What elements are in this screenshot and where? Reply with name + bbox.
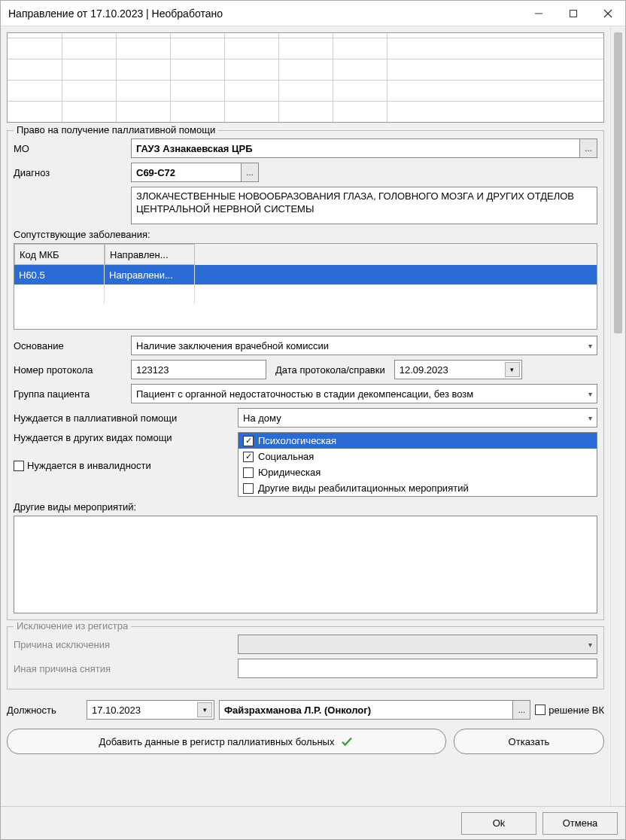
comorbid-table[interactable]: Код МКБ Направлен... H60.5 Направлени... bbox=[14, 243, 597, 330]
reject-label: Отказать bbox=[509, 736, 550, 747]
checkbox-icon bbox=[535, 705, 545, 715]
needs-other-label: Нуждается в других видах помощи bbox=[14, 432, 233, 443]
maximize-button[interactable] bbox=[556, 1, 591, 26]
protocol-date-value: 12.09.2023 bbox=[400, 364, 448, 376]
add-to-registry-button[interactable]: Добавить данные в регистр паллиативных б… bbox=[7, 729, 446, 754]
checklist-item-label: Психологическая bbox=[258, 435, 336, 446]
comorbid-label: Сопутствующие заболевания: bbox=[14, 229, 597, 240]
needs-other-checklist[interactable]: Психологическая Социальная Юридическая bbox=[238, 432, 597, 497]
protocol-date-label: Дата протокола/справки bbox=[271, 364, 390, 376]
chevron-down-icon: ▾ bbox=[588, 390, 592, 398]
list-item[interactable]: Психологическая bbox=[239, 433, 597, 449]
other-events-textarea[interactable] bbox=[14, 516, 597, 613]
comorbid-tbody: H60.5 Направлени... bbox=[14, 265, 597, 304]
dialog-footer: Ok Отмена bbox=[1, 806, 625, 839]
diagnosis-code-lookup-button[interactable]: … bbox=[241, 163, 259, 182]
checkbox-icon bbox=[14, 461, 24, 471]
exclusion-reason-label: Причина исключения bbox=[14, 639, 233, 650]
palliative-legend: Право на получение паллиативной помощи bbox=[14, 124, 218, 135]
protocol-date-input[interactable]: 12.09.2023 ▾ bbox=[394, 360, 522, 379]
checkbox-icon bbox=[243, 452, 254, 462]
svg-rect-1 bbox=[570, 10, 577, 17]
window-title: Направление от 17.10.2023 | Необработано bbox=[8, 8, 521, 20]
basis-value: Наличие заключения врачебной комиссии bbox=[136, 340, 329, 352]
check-icon bbox=[340, 735, 354, 748]
group-select[interactable]: Пациент с органной недостаточностью в ст… bbox=[131, 384, 597, 403]
content-area: Право на получение паллиативной помощи М… bbox=[1, 26, 625, 806]
comorbid-th-code[interactable]: Код МКБ bbox=[14, 244, 105, 265]
window: Направление от 17.10.2023 | Необработано bbox=[0, 0, 626, 840]
date-picker-button[interactable]: ▾ bbox=[197, 702, 212, 717]
titlebar: Направление от 17.10.2023 | Необработано bbox=[1, 1, 625, 26]
position-label: Должность bbox=[7, 705, 82, 716]
group-value: Пациент с органной недостаточностью в ст… bbox=[136, 388, 473, 400]
date-picker-button[interactable]: ▾ bbox=[505, 362, 520, 377]
checkbox-icon bbox=[243, 483, 254, 494]
exclusion-other-label: Иная причина снятия bbox=[14, 663, 233, 674]
cancel-label: Отмена bbox=[563, 817, 598, 829]
doctor-input[interactable]: Файзрахманова Л.Р. (Онколог) bbox=[219, 700, 512, 720]
checklist-item-label: Юридическая bbox=[258, 467, 321, 478]
scrollbar-thumb[interactable] bbox=[614, 32, 622, 333]
chevron-down-icon: ▾ bbox=[588, 641, 592, 649]
protocol-num-label: Номер протокола bbox=[14, 364, 126, 376]
needs-invalid-checkbox[interactable]: Нуждается в инвалидности bbox=[14, 460, 233, 471]
cancel-button[interactable]: Отмена bbox=[542, 812, 618, 835]
ok-label: Ok bbox=[493, 817, 506, 829]
needs-pall-select[interactable]: На дому ▾ bbox=[238, 408, 597, 428]
exclusion-fieldset: Исключение из регистра Причина исключени… bbox=[7, 626, 604, 689]
vk-label: решение ВК bbox=[549, 705, 604, 716]
titlebar-controls bbox=[521, 1, 625, 26]
other-events-label: Другие виды мероприятий: bbox=[14, 501, 597, 513]
position-row: Должность 17.10.2023 ▾ Файзрахманова Л.Р… bbox=[7, 695, 604, 724]
vk-checkbox[interactable]: решение ВК bbox=[535, 705, 604, 716]
actions-row: Добавить данные в регистр паллиативных б… bbox=[7, 724, 604, 762]
needs-invalid-label: Нуждается в инвалидности bbox=[27, 460, 151, 471]
needs-pall-value: На дому bbox=[243, 412, 281, 424]
list-item[interactable]: Юридическая bbox=[239, 464, 597, 480]
mo-input[interactable]: ГАУЗ Азнакаевская ЦРБ bbox=[131, 138, 579, 158]
vertical-scrollbar[interactable] bbox=[610, 26, 625, 806]
protocol-num-input[interactable]: 123123 bbox=[131, 360, 266, 379]
checklist-item-label: Другие виды реабилитационных мероприятий bbox=[258, 482, 469, 494]
group-label: Группа пациента bbox=[14, 388, 126, 400]
checkbox-icon bbox=[243, 467, 254, 478]
left-col: Нуждается в других видах помощи Нуждаетс… bbox=[14, 432, 233, 471]
reject-button[interactable]: Отказать bbox=[454, 729, 604, 754]
table-row[interactable]: H60.5 Направлени... bbox=[14, 265, 597, 285]
chevron-down-icon: ▾ bbox=[588, 342, 592, 350]
basis-label: Основание bbox=[14, 340, 126, 352]
basis-select[interactable]: Наличие заключения врачебной комиссии ▾ bbox=[131, 336, 597, 355]
mo-lookup[interactable]: ГАУЗ Азнакаевская ЦРБ … bbox=[131, 138, 597, 158]
checkbox-icon bbox=[243, 436, 254, 446]
chevron-down-icon: ▾ bbox=[588, 414, 592, 422]
exclusion-reason-select: ▾ bbox=[238, 635, 597, 654]
comorbid-cell-code: H60.5 bbox=[14, 265, 105, 285]
comorbid-thead: Код МКБ Направлен... bbox=[14, 244, 597, 265]
comorbid-th-ref[interactable]: Направлен... bbox=[105, 244, 195, 265]
add-to-registry-label: Добавить данные в регистр паллиативных б… bbox=[99, 736, 335, 747]
needs-pall-label: Нуждается в паллиативной помощи bbox=[14, 412, 233, 424]
list-item[interactable]: Другие виды реабилитационных мероприятий bbox=[239, 480, 597, 496]
palliative-fieldset: Право на получение паллиативной помощи М… bbox=[7, 130, 604, 620]
diagnosis-code-input[interactable]: C69-C72 bbox=[131, 163, 241, 182]
exclusion-legend: Исключение из регистра bbox=[14, 620, 131, 632]
doctor-lookup[interactable]: Файзрахманова Л.Р. (Онколог) … bbox=[219, 700, 530, 720]
diagnosis-description[interactable]: ЗЛОКАЧЕСТВЕННЫЕ НОВООБРАЗОВАНИЯ ГЛАЗА, Г… bbox=[131, 187, 597, 224]
top-grid[interactable] bbox=[7, 32, 604, 123]
position-date-value: 17.10.2023 bbox=[92, 705, 141, 716]
comorbid-cell-ref: Направлени... bbox=[105, 265, 195, 285]
close-button[interactable] bbox=[591, 1, 625, 26]
minimize-button[interactable] bbox=[521, 1, 556, 26]
diagnosis-code-lookup[interactable]: C69-C72 … bbox=[131, 163, 259, 182]
position-date-input[interactable]: 17.10.2023 ▾ bbox=[87, 700, 214, 720]
doctor-lookup-button[interactable]: … bbox=[512, 700, 530, 720]
table-row[interactable] bbox=[14, 285, 597, 304]
checklist-item-label: Социальная bbox=[258, 451, 314, 462]
mo-lookup-button[interactable]: … bbox=[579, 138, 597, 158]
diagnosis-label: Диагноз bbox=[14, 167, 126, 178]
list-item[interactable]: Социальная bbox=[239, 449, 597, 464]
main-panel: Право на получение паллиативной помощи М… bbox=[1, 26, 610, 806]
exclusion-other-input bbox=[238, 659, 597, 678]
ok-button[interactable]: Ok bbox=[461, 812, 536, 835]
